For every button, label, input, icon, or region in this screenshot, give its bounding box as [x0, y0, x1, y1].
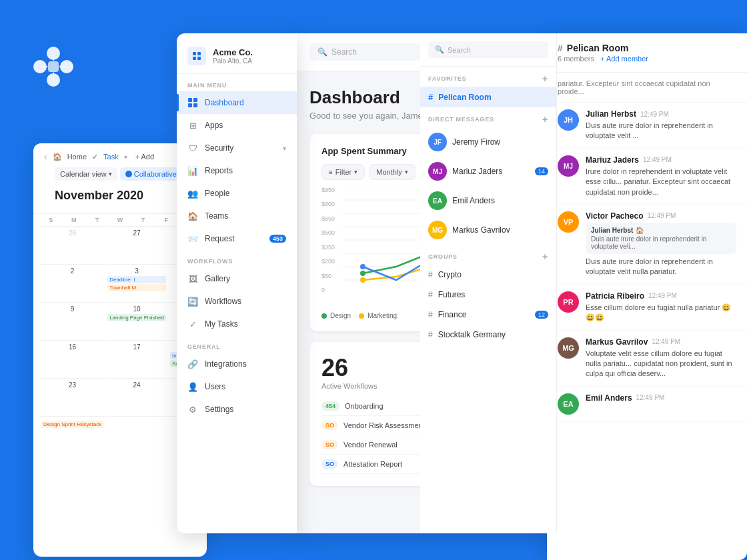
ea-name: Emil Anders [452, 196, 495, 205]
mg-avatar: MG [428, 221, 447, 239]
weekday-m: M [63, 214, 85, 226]
sidebar-item-teams[interactable]: 🏠 Teams [177, 205, 297, 227]
chevron-down-icon: ▾ [405, 169, 408, 175]
sidebar-integ-label: Integrations [205, 359, 247, 369]
msg-text: Voluptate velit esse cillum dolore eu fu… [586, 349, 736, 379]
nav-task-label[interactable]: Task [103, 153, 119, 161]
sidebar-item-settings[interactable]: ⚙ Settings [177, 398, 297, 421]
back-icon[interactable]: ‹ [44, 151, 47, 162]
add-group-btn[interactable]: + [542, 251, 548, 262]
cal-day[interactable]: 24 [106, 378, 167, 415]
search-icon: 🔍 [317, 47, 327, 57]
sidebar-item-request[interactable]: 📨 Request 453 [177, 227, 297, 250]
chat-item-crypto[interactable]: # Crypto [420, 265, 556, 285]
wf-item-label: Attestation Report [343, 460, 402, 468]
msg-time: 12:49 PM [643, 156, 672, 163]
sidebar-item-integrations[interactable]: 🔗 Integrations [177, 353, 297, 375]
chat-item-finance[interactable]: # Finance 12 [420, 305, 556, 325]
groups-section-label: GROUPS + [420, 245, 556, 265]
chat-item-pelican-room[interactable]: # Pelican Room [420, 87, 556, 107]
channel-intro: pariatur. Excepteur sint occaecat cupida… [547, 73, 747, 103]
grid-icon [187, 97, 198, 108]
cal-day[interactable]: 2 [40, 264, 105, 301]
chat-item-mj[interactable]: MJ Mariuz Jaders 14 [420, 157, 556, 186]
channel-members: 6 members + Add member [558, 55, 736, 63]
add-favorite-btn[interactable]: + [542, 73, 548, 84]
sidebar-item-workflows[interactable]: 🔄 Workflows [177, 290, 297, 313]
sidebar-item-dashboard[interactable]: Dashboard [177, 91, 297, 114]
filter-icon: ≡ [329, 169, 333, 176]
msg-name: Markus Gavrilov [586, 337, 648, 347]
nav-home-label[interactable]: Home [67, 153, 87, 161]
msg-text: Irure dolor in reprehenderit in voluptat… [586, 167, 736, 197]
sidebar-item-users[interactable]: 👤 Users [177, 375, 297, 398]
msg-jh1: JH Julian Herbst 12:49 PM Duis aute irur… [547, 103, 747, 149]
calendar-view-btn[interactable]: Calendar view ▾ [55, 167, 117, 181]
add-member-btn[interactable]: + Add member [600, 55, 648, 63]
channel-header: # Pelican Room 6 members + Add member [547, 33, 747, 73]
right-panel: # Pelican Room 6 members + Add member pa… [547, 33, 747, 560]
filter-btn[interactable]: ≡ Filter ▾ [321, 164, 365, 180]
hash-icon: # [558, 43, 563, 53]
chat-item-futures[interactable]: # Futures [420, 285, 556, 305]
collaborative-btn[interactable]: Collaborative [120, 167, 182, 181]
chat-search-placeholder: Search [448, 46, 471, 54]
sidebar-dashboard-label: Dashboard [205, 98, 244, 107]
cal-day[interactable] [106, 416, 167, 453]
sidebar-item-gallery[interactable]: 🖼 Gallery [177, 267, 297, 290]
teams-icon: 🏠 [187, 211, 198, 221]
sub-msg-name: Julian Herbst [591, 227, 633, 234]
msg-name: Mariuz Jaders [586, 155, 639, 165]
period-btn[interactable]: Monthly ▾ [369, 164, 416, 180]
home-icon: 🏠 [636, 227, 644, 234]
nav-add-label[interactable]: + Add [135, 153, 154, 161]
sidebar-workflows-label: Workflows [205, 297, 241, 306]
settings-icon: ⚙ [187, 404, 198, 415]
main-menu-label: MAIN MENU [177, 74, 297, 91]
cal-day[interactable]: 26 [40, 226, 105, 263]
cal-event: Design Sprint Hasystack [41, 421, 103, 428]
msg-name: Julian Herbst [586, 109, 636, 119]
wf-badge: SO [321, 421, 338, 430]
company-location: Palo Alto, CA [213, 57, 253, 65]
task-check-icon: ✓ [92, 153, 98, 161]
cal-day[interactable]: Design Sprint Hasystack [40, 416, 105, 453]
favorites-section-label: FAVORITES + [420, 67, 556, 87]
cal-day[interactable]: 10 Landing Page Finished [106, 302, 167, 339]
svg-point-25 [360, 277, 365, 283]
chat-item-ea[interactable]: EA Emil Anders [420, 186, 556, 215]
mg-avatar-right: MG [558, 337, 579, 359]
cal-day[interactable]: 3 Deadline: I Townhall M [106, 264, 167, 301]
stocktalk-label: Stocktalk Germany [438, 330, 506, 339]
cal-day[interactable]: 27 [106, 226, 167, 263]
sidebar-apps-label: Apps [205, 121, 223, 130]
sidebar-item-reports[interactable]: 📊 Reports [177, 159, 297, 182]
sidebar-item-people[interactable]: 👥 People [177, 182, 297, 205]
cal-day[interactable]: 23 [40, 378, 105, 415]
svg-rect-9 [188, 98, 192, 102]
sidebar-item-security[interactable]: 🛡 Security ▾ [177, 137, 297, 159]
pr-avatar: PR [558, 291, 579, 313]
cal-day[interactable]: 16 [40, 340, 105, 377]
chat-search-bar[interactable]: 🔍 Search [428, 41, 548, 58]
vp-avatar: VP [558, 211, 579, 233]
request-icon: 📨 [187, 233, 198, 244]
sidebar-item-my-tasks[interactable]: ✓ My Tasks [177, 313, 297, 335]
sidebar-item-apps[interactable]: ⊞ Apps [177, 114, 297, 137]
add-dm-btn[interactable]: + [542, 114, 548, 125]
chat-item-mg[interactable]: MG Markus Gavrilov [420, 215, 556, 245]
workflows-label: WORKFLOWS [177, 250, 297, 267]
msg-pr1: PR Patricia Ribeiro 12:49 PM Esse cillum… [547, 285, 747, 331]
chat-item-jf[interactable]: JF Jeremy Firow [420, 127, 556, 157]
cal-day[interactable]: 9 [40, 302, 105, 339]
mg-name: Markus Gavrilov [452, 225, 510, 235]
apps-icon: ⊞ [187, 120, 198, 131]
jf-avatar: JF [428, 133, 447, 151]
chat-item-stocktalk[interactable]: # Stocktalk Germany [420, 325, 556, 345]
futures-label: Futures [438, 290, 466, 299]
sidebar-logo [187, 47, 206, 65]
svg-text:MJ: MJ [564, 163, 573, 170]
svg-rect-11 [188, 103, 192, 107]
sidebar-teams-label: Teams [205, 211, 228, 221]
cal-day[interactable]: 17 [106, 340, 167, 377]
